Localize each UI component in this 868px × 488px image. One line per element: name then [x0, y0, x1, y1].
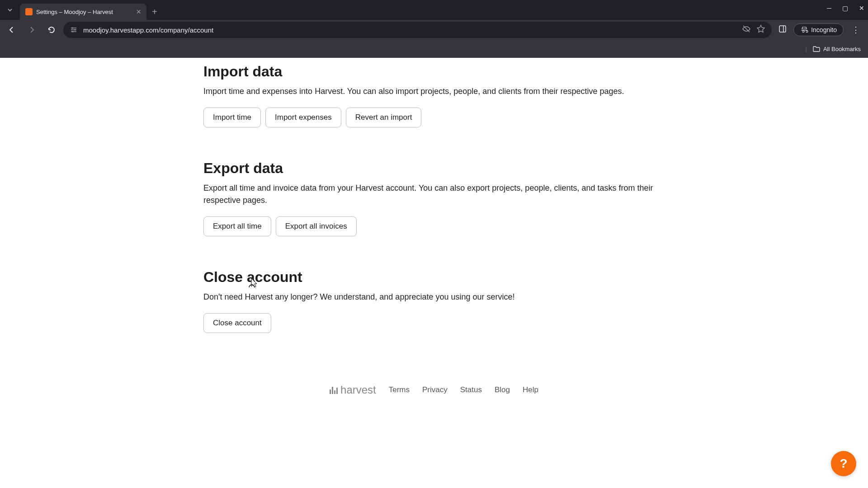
- chevron-down-icon: [7, 7, 13, 13]
- tab-title: Settings – Moodjoy – Harvest: [36, 9, 132, 15]
- footer-status-link[interactable]: Status: [460, 385, 482, 394]
- folder-icon: [812, 45, 821, 53]
- import-expenses-button[interactable]: Import expenses: [265, 108, 341, 127]
- favicon-icon: [25, 8, 33, 15]
- incognito-icon: [800, 26, 808, 34]
- help-fab-button[interactable]: ?: [831, 451, 856, 476]
- import-time-button[interactable]: Import time: [203, 108, 261, 127]
- close-window-button[interactable]: ✕: [859, 5, 864, 12]
- page-content: Import data Import time and expenses int…: [0, 58, 868, 488]
- incognito-label: Incognito: [811, 26, 837, 33]
- svg-point-2: [72, 31, 74, 33]
- tune-icon: [70, 26, 78, 34]
- svg-point-1: [75, 29, 76, 31]
- close-account-button[interactable]: Close account: [203, 313, 271, 333]
- back-button[interactable]: [4, 22, 20, 38]
- close-account-heading: Close account: [203, 269, 665, 286]
- site-info-button[interactable]: [70, 26, 78, 34]
- new-tab-button[interactable]: +: [152, 7, 157, 17]
- address-bar-row: moodjoy.harvestapp.com/company/account I…: [0, 20, 868, 40]
- tab-search-button[interactable]: [4, 4, 16, 16]
- close-buttons: Close account: [203, 313, 665, 333]
- export-data-description: Export all time and invoice data from yo…: [203, 182, 656, 206]
- harvest-logo: harvest: [330, 384, 376, 396]
- import-data-section: Import data Import time and expenses int…: [203, 58, 665, 127]
- maximize-button[interactable]: ▢: [842, 5, 848, 12]
- import-data-description: Import time and expenses into Harvest. Y…: [203, 85, 656, 98]
- page-footer: harvest Terms Privacy Status Blog Help: [203, 366, 665, 407]
- bookmark-button[interactable]: [756, 24, 765, 35]
- footer-blog-link[interactable]: Blog: [495, 385, 510, 394]
- svg-rect-3: [779, 26, 786, 32]
- browser-menu-button[interactable]: ⋮: [847, 25, 864, 35]
- footer-help-link[interactable]: Help: [523, 385, 538, 394]
- harvest-logo-text: harvest: [340, 384, 376, 396]
- footer-terms-link[interactable]: Terms: [389, 385, 410, 394]
- arrow-left-icon: [7, 25, 16, 34]
- forward-button[interactable]: [24, 22, 40, 38]
- import-buttons: Import time Import expenses Revert an im…: [203, 108, 665, 127]
- browser-chrome: Settings – Moodjoy – Harvest × + ─ ▢ ✕ m…: [0, 0, 868, 58]
- import-data-heading: Import data: [203, 63, 665, 80]
- close-tab-button[interactable]: ×: [136, 7, 141, 17]
- export-buttons: Export all time Export all invoices: [203, 216, 665, 236]
- svg-point-0: [72, 28, 73, 29]
- minimize-button[interactable]: ─: [827, 5, 831, 12]
- export-data-heading: Export data: [203, 160, 665, 177]
- close-account-section: Close account Don't need Harvest any lon…: [203, 269, 665, 333]
- divider: |: [806, 46, 807, 52]
- export-all-invoices-button[interactable]: Export all invoices: [276, 216, 357, 236]
- close-account-description: Don't need Harvest any longer? We unders…: [203, 291, 656, 303]
- incognito-badge[interactable]: Incognito: [793, 23, 844, 36]
- window-controls: ─ ▢ ✕: [827, 5, 864, 12]
- all-bookmarks-button[interactable]: All Bookmarks: [812, 45, 861, 53]
- export-all-time-button[interactable]: Export all time: [203, 216, 271, 236]
- tab-bar: Settings – Moodjoy – Harvest × + ─ ▢ ✕: [0, 0, 868, 20]
- address-bar[interactable]: moodjoy.harvestapp.com/company/account: [63, 22, 772, 38]
- help-icon: ?: [840, 456, 847, 471]
- reload-button[interactable]: [43, 22, 60, 38]
- footer-privacy-link[interactable]: Privacy: [422, 385, 448, 394]
- bookmarks-bar: | All Bookmarks: [0, 40, 868, 58]
- revert-import-button[interactable]: Revert an import: [346, 108, 422, 127]
- all-bookmarks-label: All Bookmarks: [823, 46, 861, 52]
- export-data-section: Export data Export all time and invoice …: [203, 160, 665, 236]
- arrow-right-icon: [27, 25, 36, 34]
- reload-icon: [47, 25, 56, 34]
- harvest-logo-icon: [330, 386, 338, 394]
- eye-off-icon[interactable]: [742, 24, 751, 35]
- url-text: moodjoy.harvestapp.com/company/account: [83, 26, 736, 34]
- side-panel-button[interactable]: [775, 24, 790, 35]
- browser-tab[interactable]: Settings – Moodjoy – Harvest ×: [20, 4, 146, 20]
